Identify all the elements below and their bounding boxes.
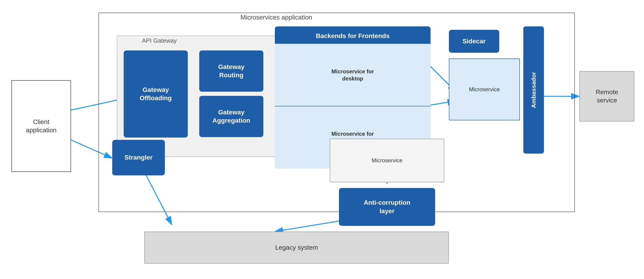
gateway-routing-label: Gateway Routing: [218, 63, 244, 80]
client-application-label: Client application: [26, 118, 56, 135]
sidecar-box: Sidecar: [449, 30, 499, 53]
legacy-system-label: Legacy system: [275, 243, 318, 252]
anticorruption-label: Anti-corruption layer: [364, 198, 410, 215]
microservice-right-box: Microservice: [449, 59, 520, 120]
api-gateway-label: API Gateway: [142, 37, 177, 44]
diagram-container: Microservices application API Gateway Cl…: [0, 0, 644, 279]
gateway-aggregation-box: Gateway Aggregation: [199, 96, 263, 137]
backends-frontends-label: Backends for Frontends: [275, 26, 430, 44]
strangler-box: Strangler: [112, 140, 165, 175]
ambassador-label: Ambassador: [530, 72, 537, 108]
anticorruption-box: Anti-corruption layer: [339, 188, 435, 226]
microservices-app-label: Microservices application: [240, 14, 312, 21]
legacy-system-box: Legacy system: [144, 231, 449, 264]
gateway-offloading-label: Gateway Offloading: [140, 86, 172, 103]
strangler-label: Strangler: [124, 153, 153, 162]
remote-service-label: Remote service: [596, 88, 618, 105]
microservice-right-label: Microservice: [469, 86, 500, 93]
remote-service-box: Remote service: [580, 71, 634, 122]
microservice-desktop-label: Microservice for desktop: [332, 68, 374, 82]
microservice-bottom-label: Microservice: [372, 157, 402, 164]
client-application-box: Client application: [12, 80, 71, 172]
ambassador-box: Ambassador: [523, 26, 544, 154]
gateway-aggregation-label: Gateway Aggregation: [212, 108, 250, 125]
microservice-bottom-box: Microservice: [330, 139, 444, 182]
gateway-offloading-box: Gateway Offloading: [124, 51, 188, 138]
gateway-routing-box: Gateway Routing: [199, 51, 263, 92]
sidecar-label: Sidecar: [462, 37, 486, 45]
